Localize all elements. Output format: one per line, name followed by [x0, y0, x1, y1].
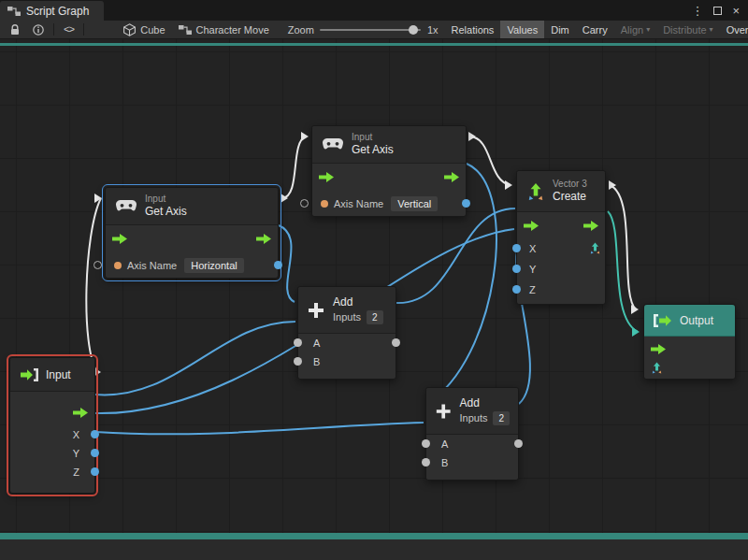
flow-in-arrow-icon[interactable]	[524, 221, 539, 231]
node-header: Output	[644, 305, 735, 337]
port-row-y: Y	[10, 444, 94, 463]
zoom-value: 1x	[424, 21, 445, 39]
node-title: Get Axis	[145, 205, 187, 220]
code-view-button[interactable]: <>	[57, 21, 80, 39]
node-vector3-create[interactable]: Vector 3 Create X Y Z	[516, 170, 606, 305]
lock-icon	[10, 24, 20, 36]
port-row-a: A	[426, 435, 518, 453]
dim-button[interactable]: Dim	[544, 21, 576, 39]
inputs-count-field[interactable]: 2	[493, 411, 510, 425]
wire-data[interactable]	[95, 322, 295, 395]
node-add-1[interactable]: Add Inputs 2 A B	[297, 286, 396, 380]
port-z-out[interactable]	[91, 467, 99, 476]
port-z-label: Z	[73, 467, 79, 478]
port-y-in[interactable]	[512, 265, 521, 273]
flow-out-arrow-icon[interactable]	[583, 221, 598, 231]
graph-label: Character Move	[196, 24, 269, 36]
port-row-b: B	[426, 453, 518, 472]
vector-out-port-icon[interactable]	[589, 242, 601, 254]
lock-button[interactable]	[4, 21, 26, 39]
zoom-slider-handle[interactable]	[409, 25, 418, 35]
axis-name-port[interactable]	[94, 261, 102, 269]
node-input[interactable]: Input X Y Z	[9, 357, 95, 494]
align-button[interactable]: Align ▾	[614, 21, 656, 39]
vector3-icon	[526, 182, 545, 201]
zoom-label: Zoom	[281, 21, 316, 39]
gamepad-icon	[322, 137, 344, 151]
vector-in-port-icon[interactable]	[651, 362, 663, 374]
distribute-label: Distribute	[663, 24, 706, 36]
overview-button[interactable]: Overview	[720, 21, 748, 39]
string-port-icon	[114, 262, 122, 269]
flow-out-arrow-icon[interactable]	[73, 408, 88, 418]
node-header: Vector 3 Create	[517, 171, 605, 212]
carry-button[interactable]: Carry	[576, 21, 614, 39]
inputs-label: Inputs	[459, 411, 487, 424]
port-x-label: X	[529, 243, 536, 254]
relations-button[interactable]: Relations	[445, 21, 501, 39]
axis-name-port[interactable]	[300, 199, 309, 208]
node-body	[644, 337, 735, 374]
unity-script-graph-window: Script Graph ⋮ × <> Cube Character Move …	[0, 0, 748, 560]
port-a-in[interactable]	[294, 338, 302, 347]
wire-flow[interactable]	[86, 198, 101, 372]
value-out-port[interactable]	[462, 199, 470, 208]
axis-name-field[interactable]: Vertical	[391, 196, 438, 211]
flow-in-arrow-icon[interactable]	[112, 234, 127, 244]
flow-in-arrow-icon[interactable]	[651, 344, 666, 354]
port-y-label: Y	[73, 448, 79, 459]
maximize-icon[interactable]	[713, 7, 722, 15]
wire-flow[interactable]	[610, 185, 636, 309]
flow-out-arrow-icon[interactable]	[444, 172, 459, 182]
toolbar-separator	[83, 23, 84, 36]
port-a-in[interactable]	[422, 439, 430, 448]
port-b-label: B	[313, 356, 320, 367]
zoom-slider[interactable]	[320, 29, 421, 31]
port-b-label: B	[441, 457, 448, 468]
flow-port-row	[10, 399, 94, 425]
axis-name-field[interactable]: Horizontal	[184, 258, 244, 273]
graph-breadcrumb[interactable]: Character Move	[172, 21, 276, 39]
distribute-button[interactable]: Distribute ▾	[656, 21, 719, 39]
wire-data[interactable]	[95, 423, 424, 434]
node-get-axis-vertical[interactable]: Input Get Axis Axis Name Vertical	[311, 125, 467, 217]
port-a-label: A	[313, 337, 320, 349]
wire-flow[interactable]	[470, 136, 511, 185]
target-breadcrumb[interactable]: Cube	[117, 21, 171, 39]
flow-in-arrow-icon[interactable]	[319, 172, 334, 182]
param-label: Axis Name	[334, 198, 383, 209]
port-row-y: Y	[517, 259, 605, 280]
wire-vector[interactable]	[608, 211, 638, 332]
target-label: Cube	[140, 24, 165, 36]
tab-script-graph[interactable]: Script Graph	[0, 1, 104, 21]
port-x-out[interactable]	[91, 430, 99, 438]
port-x-in[interactable]	[512, 244, 521, 252]
inputs-label: Inputs	[333, 310, 361, 323]
port-y-label: Y	[529, 264, 536, 275]
values-button[interactable]: Values	[500, 21, 544, 39]
value-out-port[interactable]	[274, 261, 282, 269]
node-get-axis-horizontal[interactable]: Input Get Axis Axis Name Horizontal	[105, 187, 279, 279]
port-row-b: B	[298, 352, 396, 371]
node-add-2[interactable]: Add Inputs 2 A B	[425, 387, 519, 481]
wire-data[interactable]	[396, 208, 515, 303]
port-a-label: A	[441, 438, 448, 450]
port-row-x: X	[10, 425, 94, 444]
port-y-out[interactable]	[91, 449, 99, 457]
flow-out-arrow-icon[interactable]	[256, 234, 271, 244]
wire-flow[interactable]	[282, 136, 306, 198]
script-graph-icon	[7, 6, 21, 17]
node-header: Input Get Axis	[312, 126, 466, 164]
graph-canvas[interactable]: Input Get Axis Axis Name Vertical Inpu	[0, 39, 748, 560]
script-graph-icon	[179, 24, 192, 36]
sum-out-port[interactable]	[392, 338, 400, 347]
port-z-in[interactable]	[512, 285, 521, 294]
inputs-count-field[interactable]: 2	[367, 310, 383, 324]
port-b-in[interactable]	[294, 357, 302, 366]
close-icon[interactable]: ×	[732, 5, 740, 17]
info-button[interactable]	[26, 21, 50, 39]
menu-icon[interactable]: ⋮	[691, 5, 703, 17]
port-b-in[interactable]	[422, 458, 430, 467]
sum-out-port[interactable]	[514, 439, 523, 448]
node-output[interactable]: Output	[643, 304, 736, 380]
